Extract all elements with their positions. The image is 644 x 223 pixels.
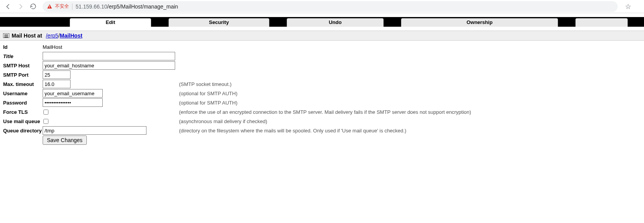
hint-use-queue: (asynchronous mail delivery if checked) [177,118,267,124]
reload-button[interactable] [28,2,38,12]
object-icon [3,33,9,38]
tab-undo[interactable]: Undo [287,18,384,27]
breadcrumb: Mail Host at /erp5/MailHost [0,31,644,41]
tab-extra[interactable] [575,18,628,27]
checkbox-force-tls[interactable] [43,110,48,115]
input-smtp-host[interactable] [43,61,175,70]
input-smtp-port[interactable] [43,70,71,79]
breadcrumb-path: /erp5/MailHost [45,33,83,39]
label-use-queue: Use mail queue [3,118,43,124]
label-max-timeout: Max. timeout [3,81,43,87]
input-queue-dir[interactable] [43,126,146,135]
label-id: Id [3,44,43,50]
input-max-timeout[interactable] [43,80,71,88]
input-username[interactable] [43,89,103,98]
value-id: MailHost [43,44,62,50]
tab-security[interactable]: Security [169,18,269,27]
url-host: 51.159.66.10 [76,3,107,10]
bookmark-star-icon[interactable]: ☆ [623,2,633,12]
mailhost-form: Id MailHost Title SMTP Host SMTP Port Ma… [0,41,644,153]
checkbag-use222[interactable] [43,119,48,124]
label-smtp-host: SMTP Host [3,63,43,69]
address-bar[interactable]: 不安全 51.159.66.10/erp5/MailHost/manage_ma… [43,1,618,12]
label-smtp-port: SMTP Port [3,72,43,78]
warning-icon [47,4,52,9]
label-username: Username [3,91,43,96]
url-path: /erp5/MailHost/manage_main [107,3,178,10]
not-secure-label: 不安全 [55,3,69,10]
label-force-tls: Force TLS [3,109,43,115]
object-type-label: Mail Host at [12,33,42,39]
save-changes-button[interactable]: Save Changes [43,136,87,145]
back-button[interactable] [3,2,13,12]
hint-max-timeout: (SMTP socket timeout.) [177,81,232,87]
forward-button[interactable] [15,2,26,12]
breadcrumb-link-erp5[interactable]: /erp5 [46,33,58,39]
url-separator [72,3,72,10]
label-password: Password [3,100,43,106]
hint-force-tls: (enforce the use of an encrypted connect… [177,109,471,115]
zmi-tabs: Edit Security Undo Ownership [0,17,644,27]
breadcrumb-link-mailhost[interactable]: MailHost [60,33,82,39]
hint-password: (optional for SMTP AUTH) [177,100,238,106]
input-title[interactable] [43,52,175,60]
input-password[interactable] [43,98,103,107]
tab-edit[interactable]: Edit [70,18,151,27]
label-title: Title [3,53,43,59]
label-queue-dir: Queue directory [3,128,43,134]
tab-ownership[interactable]: Ownership [401,18,558,27]
url-text: 51.159.66.10/erp5/MailHost/manage_main [76,3,178,10]
browser-toolbar: 不安全 51.159.66.10/erp5/MailHost/manage_ma… [0,0,644,13]
hint-username: (optional for SMTP AUTH) [177,91,238,96]
hint-queue-dir: (directory on the filesystem where the m… [177,128,406,134]
